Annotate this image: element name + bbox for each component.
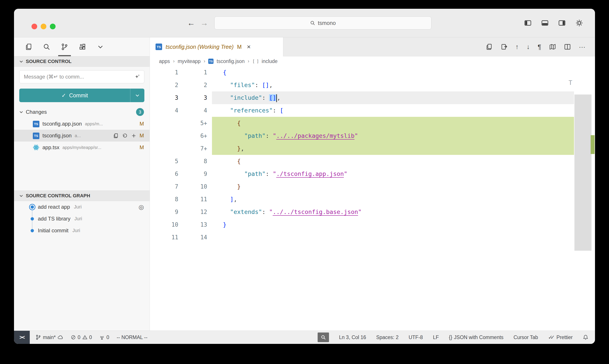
back-button[interactable]: ← <box>187 9 195 37</box>
commit-row[interactable]: add TS library Juri <box>14 213 150 225</box>
code-text[interactable]: ], <box>212 193 574 206</box>
scrollbar-thumb[interactable] <box>574 94 592 251</box>
code-line[interactable]: 6+ "path": "../../packages/mytslib" <box>150 130 574 142</box>
cursor-tab-indicator[interactable]: Cursor Tab <box>514 335 538 340</box>
code-text[interactable]: "references": [ <box>212 104 574 117</box>
commit-button[interactable]: ✓ Commit <box>19 89 144 102</box>
code-text[interactable]: "include": [], <box>212 91 574 104</box>
code-line[interactable]: 7 10 } <box>150 180 574 193</box>
code-text[interactable]: { <box>212 66 574 79</box>
commit-row[interactable]: Initial commit Juri <box>14 225 150 236</box>
code-line[interactable]: 4 4 "references": [ <box>150 104 574 117</box>
code-line[interactable]: 8 11 ], <box>150 193 574 206</box>
open-file-icon[interactable] <box>113 133 118 139</box>
settings-gear-icon[interactable] <box>575 19 583 27</box>
scrollbar-zone[interactable] <box>574 94 595 331</box>
editor-toolbar[interactable]: ↑ ↓ ¶ ··· <box>486 38 585 56</box>
source-control-section-header[interactable]: SOURCE CONTROL <box>14 56 150 67</box>
code-text[interactable]: } <box>212 180 574 193</box>
previous-change-icon[interactable]: ↑ <box>515 43 519 50</box>
code-line[interactable]: 11 14 <box>150 231 574 244</box>
formatter-indicator[interactable]: ✓✓ Prettier <box>548 334 573 340</box>
toggle-secondary-sidebar-icon[interactable] <box>558 19 566 27</box>
close-window-button[interactable] <box>31 24 37 29</box>
more-views-chevron-icon[interactable] <box>94 38 107 56</box>
code-text[interactable]: { <box>212 155 574 168</box>
code-line[interactable]: 5+ { <box>150 117 574 130</box>
notifications-bell-icon[interactable] <box>583 335 588 340</box>
remote-indicator[interactable]: >< <box>14 331 30 344</box>
code-text[interactable]: "files": [], <box>212 79 574 91</box>
source-control-view-icon[interactable] <box>58 38 71 56</box>
code-line[interactable]: 2 2 "files": [], <box>150 79 574 91</box>
pilcrow-icon[interactable]: ¶ <box>538 43 541 50</box>
breadcrumb-file[interactable]: tsconfig.json <box>217 58 245 64</box>
copilot-sparkle-icon[interactable] <box>135 74 140 80</box>
next-change-icon[interactable]: ↓ <box>527 43 530 50</box>
search-view-icon[interactable] <box>40 38 53 56</box>
code-text[interactable]: { <box>212 117 574 130</box>
minimize-window-button[interactable] <box>41 24 46 29</box>
source-control-graph-header[interactable]: SOURCE CONTROL GRAPH <box>14 191 150 201</box>
breadcrumb-apps[interactable]: apps <box>159 58 170 64</box>
indentation-indicator[interactable]: Spaces: 2 <box>376 335 399 340</box>
code-line[interactable]: 9 12 "extends": "../../tsconfig.base.jso… <box>150 206 574 218</box>
zoom-window-button[interactable] <box>50 24 56 29</box>
code-line[interactable]: 3 3 "include": [], <box>150 91 574 104</box>
more-actions-icon[interactable]: ··· <box>579 43 585 50</box>
toggle-panel-icon[interactable] <box>541 19 549 27</box>
zoom-indicator[interactable] <box>318 333 329 342</box>
warnings-count: 0 <box>89 335 92 340</box>
tab-bar[interactable]: TS tsconfig.json (Working Tree) M × ↑ ↓ … <box>150 38 595 56</box>
status-bar[interactable]: >< main* 0 0 0 -- NORMAL -- <box>14 331 595 344</box>
code-text[interactable]: "path": "./tsconfig.app.json" <box>212 168 574 180</box>
cursor-position-indicator[interactable]: Ln 3, Col 16 <box>339 335 366 340</box>
open-file-icon[interactable] <box>501 43 507 50</box>
section-title: SOURCE CONTROL <box>26 59 72 64</box>
changes-group-header[interactable]: Changes 3 <box>14 106 150 118</box>
changed-file-row[interactable]: TS tsconfig.app.json apps/m... M <box>14 118 150 130</box>
breadcrumb-symbol[interactable]: include <box>262 58 278 64</box>
map-icon[interactable] <box>549 43 556 50</box>
explorer-icon[interactable] <box>22 38 35 56</box>
breadcrumb[interactable]: apps › myviteapp › TS tsconfig.json › [ … <box>150 56 595 66</box>
problems-indicator[interactable]: 0 0 <box>71 335 92 340</box>
split-editor-icon[interactable] <box>564 43 571 50</box>
changed-file-row[interactable]: TS tsconfig.json a... M <box>14 130 150 142</box>
tab-tsconfig-working-tree[interactable]: TS tsconfig.json (Working Tree) M × <box>150 38 283 56</box>
open-changes-icon[interactable] <box>486 43 493 50</box>
extensions-view-icon[interactable] <box>76 38 89 56</box>
commit-message-input[interactable] <box>23 74 132 80</box>
vim-mode-indicator[interactable]: -- NORMAL -- <box>117 335 147 340</box>
branch-indicator[interactable]: main* <box>35 335 63 340</box>
commit-message-box[interactable] <box>19 70 144 83</box>
commit-dropdown-button[interactable] <box>130 89 144 102</box>
toggle-primary-sidebar-icon[interactable] <box>524 19 531 27</box>
command-center-search[interactable]: tsmono <box>214 16 431 29</box>
code-line[interactable]: 5 8 { <box>150 155 574 168</box>
code-text[interactable]: "extends": "../../tsconfig.base.json" <box>212 206 574 218</box>
code-line[interactable]: 6 9 "path": "./tsconfig.app.json" <box>150 168 574 180</box>
stage-changes-icon[interactable] <box>131 133 137 139</box>
code-text[interactable] <box>212 231 574 244</box>
discard-changes-icon[interactable] <box>122 133 128 139</box>
code-line[interactable]: 10 13 } <box>150 218 574 231</box>
code-text[interactable]: "path": "../../packages/mytslib" <box>212 130 574 142</box>
commit-row[interactable]: add react app Juri ◎ <box>14 201 150 213</box>
code-text[interactable]: } <box>212 218 574 231</box>
activity-bar[interactable] <box>14 38 150 56</box>
code-text[interactable]: }, <box>212 142 574 155</box>
ports-indicator[interactable]: 0 <box>99 335 109 340</box>
code-editor[interactable]: 1 1 { 2 2 "files": [], 3 3 "include": []… <box>150 66 595 331</box>
code-line[interactable]: 1 1 { <box>150 66 574 79</box>
breadcrumb-myviteapp[interactable]: myviteapp <box>178 58 201 64</box>
encoding-indicator[interactable]: UTF-8 <box>409 335 423 340</box>
eol-indicator[interactable]: LF <box>433 335 439 340</box>
traffic-lights[interactable] <box>31 24 56 29</box>
titlebar[interactable]: ← → tsmono <box>14 9 595 38</box>
changed-file-row[interactable]: app.tsx apps/myviteapp/sr... M <box>14 142 150 153</box>
code-line[interactable]: 7+ }, <box>150 142 574 155</box>
language-mode-indicator[interactable]: {} JSON with Comments <box>449 335 504 340</box>
forward-button[interactable]: → <box>200 9 208 37</box>
close-tab-icon[interactable]: × <box>247 43 251 51</box>
